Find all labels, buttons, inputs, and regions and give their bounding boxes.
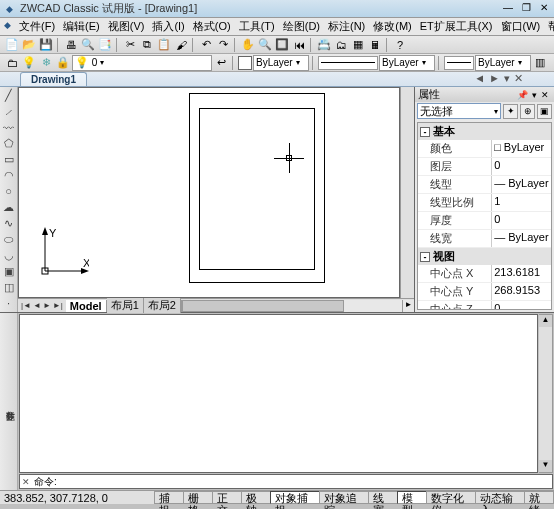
canvas-hscroll[interactable]: ►: [181, 300, 414, 312]
print-icon[interactable]: 🖶: [63, 37, 79, 53]
doctab-close-icon[interactable]: ✕: [513, 72, 524, 85]
menu-view[interactable]: 视图(V): [104, 19, 149, 34]
calc-icon[interactable]: 🖩: [367, 37, 383, 53]
doctab-list-icon[interactable]: ▾: [503, 72, 511, 85]
open-icon[interactable]: 📂: [21, 37, 37, 53]
doc-tab-drawing1[interactable]: Drawing1: [20, 72, 87, 86]
status-ready[interactable]: 就绪: [524, 491, 554, 504]
prop-group-basic[interactable]: -基本: [418, 123, 551, 140]
zoom-prev-icon[interactable]: ⏮: [291, 37, 307, 53]
ellipse-icon[interactable]: ⬭: [1, 232, 16, 246]
rect-icon[interactable]: ▭: [1, 153, 16, 167]
zoom-rt-icon[interactable]: 🔍: [257, 37, 273, 53]
status-dyn[interactable]: 动态输入: [475, 491, 525, 504]
scroll-up-icon[interactable]: ▲: [539, 315, 552, 327]
menu-window[interactable]: 窗口(W): [497, 19, 545, 34]
plotstyle-icon[interactable]: ▥: [532, 55, 548, 71]
linetype-dropdown[interactable]: ByLayer: [379, 55, 435, 71]
menu-modify[interactable]: 修改(M): [369, 19, 416, 34]
panel-pin-icon[interactable]: 📌: [515, 90, 530, 100]
command-input[interactable]: [59, 476, 552, 487]
layeron-icon[interactable]: 💡: [21, 55, 37, 71]
hscroll-thumb[interactable]: [182, 300, 344, 312]
layout-tab-2[interactable]: 布局2: [144, 298, 181, 313]
line-icon[interactable]: ╱: [1, 89, 16, 103]
tooltbl-icon[interactable]: ▦: [350, 37, 366, 53]
status-snap[interactable]: 捕捉: [154, 491, 184, 504]
command-clear-icon[interactable]: ✕: [20, 477, 32, 487]
doctab-prev-icon[interactable]: ◄: [473, 72, 486, 85]
copy-icon[interactable]: ⧉: [139, 37, 155, 53]
status-otrack[interactable]: 对象追踪: [319, 491, 369, 504]
menu-tools[interactable]: 工具(T): [235, 19, 279, 34]
circle-icon[interactable]: ○: [1, 185, 16, 199]
polygon-icon[interactable]: ⬠: [1, 137, 16, 151]
layout-first-icon[interactable]: |◄: [20, 301, 32, 310]
menu-help[interactable]: 帮助(H): [544, 19, 554, 34]
status-grid[interactable]: 栅格: [183, 491, 213, 504]
status-tablet[interactable]: 数字化仪: [426, 491, 476, 504]
status-ortho[interactable]: 正交: [212, 491, 242, 504]
layout-tab-1[interactable]: 布局1: [107, 298, 144, 313]
preview-icon[interactable]: 🔍: [80, 37, 96, 53]
status-osnap[interactable]: 对象捕捉: [270, 491, 320, 504]
layerlock-icon[interactable]: 🔒: [55, 55, 71, 71]
layout-last-icon[interactable]: ►|: [52, 301, 64, 310]
xline-icon[interactable]: ⟋: [1, 105, 16, 119]
color-dropdown[interactable]: ByLayer: [253, 55, 309, 71]
zoom-win-icon[interactable]: 🔲: [274, 37, 290, 53]
publish-icon[interactable]: 📑: [97, 37, 113, 53]
layout-next-icon[interactable]: ►: [42, 301, 52, 310]
quickselect-icon[interactable]: ✦: [503, 104, 518, 119]
save-icon[interactable]: 💾: [38, 37, 54, 53]
selectobj-icon[interactable]: ▣: [537, 104, 552, 119]
lineweight-dropdown[interactable]: ByLayer: [475, 55, 531, 71]
insert-icon[interactable]: ▣: [1, 264, 16, 278]
new-icon[interactable]: 📄: [4, 37, 20, 53]
menu-draw[interactable]: 绘图(D): [279, 19, 324, 34]
status-lwt[interactable]: 线宽: [368, 491, 398, 504]
spline-icon[interactable]: ∿: [1, 216, 16, 230]
block-icon[interactable]: ◫: [1, 280, 16, 294]
cut-icon[interactable]: ✂: [122, 37, 138, 53]
match-icon[interactable]: 🖌: [173, 37, 189, 53]
selection-dropdown[interactable]: 无选择: [417, 103, 501, 119]
menu-format[interactable]: 格式(O): [189, 19, 235, 34]
pan-icon[interactable]: ✋: [240, 37, 256, 53]
collapse-icon[interactable]: -: [420, 252, 430, 262]
layout-tab-model[interactable]: Model: [66, 300, 107, 312]
layerprev-icon[interactable]: ↩: [213, 55, 229, 71]
status-model[interactable]: 模型: [397, 491, 427, 504]
menu-dim[interactable]: 标注(N): [324, 19, 369, 34]
command-log[interactable]: [19, 314, 538, 473]
scroll-down-icon[interactable]: ▼: [539, 460, 552, 472]
layout-prev-icon[interactable]: ◄: [32, 301, 42, 310]
revcloud-icon[interactable]: ☁: [1, 200, 16, 214]
arc-icon[interactable]: ◠: [1, 169, 16, 183]
status-polar[interactable]: 极轴: [241, 491, 271, 504]
hscroll-right-icon[interactable]: ►: [402, 300, 414, 312]
collapse-icon[interactable]: -: [420, 127, 430, 137]
minimize-button[interactable]: —: [500, 2, 516, 16]
canvas-vscroll[interactable]: [400, 87, 414, 298]
undo-icon[interactable]: ↶: [198, 37, 214, 53]
dcenter-icon[interactable]: 🗂: [333, 37, 349, 53]
maximize-button[interactable]: ❐: [518, 2, 534, 16]
point-icon[interactable]: ·: [1, 296, 16, 310]
doctab-next-icon[interactable]: ►: [488, 72, 501, 85]
close-button[interactable]: ✕: [536, 2, 552, 16]
ellipsearc-icon[interactable]: ◡: [1, 248, 16, 262]
command-vscroll[interactable]: ▲ ▼: [539, 314, 553, 473]
pline-icon[interactable]: 〰: [1, 121, 16, 135]
layerfreeze-icon[interactable]: ❄: [38, 55, 54, 71]
pickadd-icon[interactable]: ⊕: [520, 104, 535, 119]
color-swatch[interactable]: [238, 56, 252, 70]
layerprops-icon[interactable]: 🗀: [4, 55, 20, 71]
paste-icon[interactable]: 📋: [156, 37, 172, 53]
panel-menu-icon[interactable]: ▾: [530, 90, 539, 100]
panel-close-icon[interactable]: ✕: [539, 90, 551, 100]
help-icon[interactable]: ?: [392, 37, 408, 53]
menu-file[interactable]: 文件(F): [15, 19, 59, 34]
menu-edit[interactable]: 编辑(E): [59, 19, 104, 34]
props-icon[interactable]: 📇: [316, 37, 332, 53]
